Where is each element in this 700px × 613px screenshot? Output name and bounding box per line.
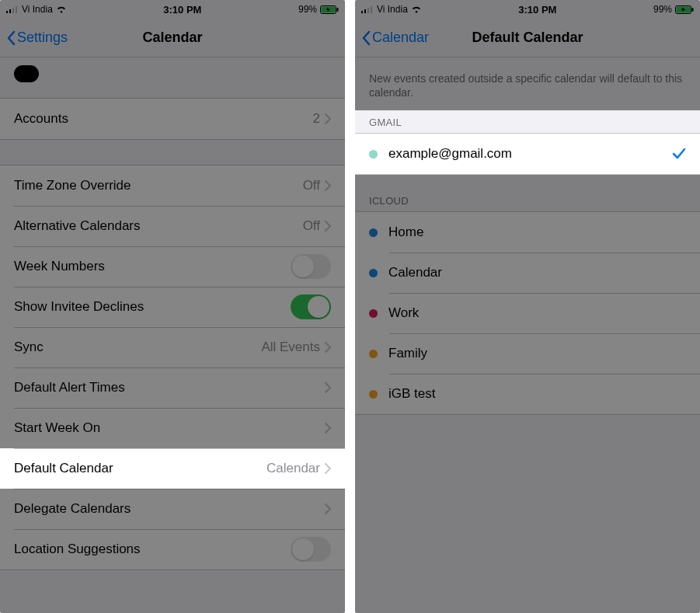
chevron-right-icon bbox=[325, 342, 331, 353]
calendar-color-dot bbox=[369, 309, 378, 318]
left-screenshot: Vi India 3:10 PM 99% Settings Calendar A… bbox=[0, 0, 345, 613]
calendar-color-dot bbox=[369, 269, 378, 277]
icloud-group-header: ICLOUD bbox=[355, 189, 700, 211]
svg-rect-9 bbox=[367, 8, 369, 13]
calendar-option-icloud[interactable]: Work bbox=[355, 293, 700, 333]
alt-label: Alternative Calendars bbox=[14, 218, 303, 234]
default-calendar-row[interactable]: Default Calendar Calendar bbox=[0, 448, 345, 489]
time-zone-override-row[interactable]: Time Zone Override Off bbox=[0, 165, 345, 206]
status-bar: Vi India 3:10 PM 99% bbox=[0, 0, 345, 19]
chevron-right-icon bbox=[325, 463, 331, 474]
battery-percentage: 99% bbox=[298, 4, 317, 15]
week-numbers-toggle[interactable] bbox=[291, 254, 331, 279]
battery-charging-icon bbox=[320, 5, 339, 14]
back-label: Settings bbox=[17, 30, 68, 46]
nav-bar: Calendar Default Calendar bbox=[355, 19, 700, 57]
icloud-group: HomeCalendarWorkFamilyiGB test bbox=[355, 211, 700, 415]
tz-label: Time Zone Override bbox=[14, 178, 303, 193]
alert-label: Default Alert Times bbox=[14, 380, 325, 395]
info-text: New events created outside a specific ca… bbox=[355, 57, 700, 110]
cellular-signal-icon bbox=[361, 5, 374, 13]
calendar-option-icloud[interactable]: Family bbox=[355, 333, 700, 374]
battery-charging-icon bbox=[675, 5, 694, 14]
chevron-right-icon bbox=[325, 503, 331, 514]
default-alert-times-row[interactable]: Default Alert Times bbox=[0, 367, 345, 408]
carrier-label: Vi India bbox=[377, 4, 408, 15]
page-title: Default Calendar bbox=[472, 30, 583, 46]
calendar-color-dot bbox=[369, 390, 378, 399]
alternative-calendars-row[interactable]: Alternative Calendars Off bbox=[0, 206, 345, 246]
status-time: 3:10 PM bbox=[163, 4, 201, 16]
invitee-declines-row[interactable]: Show Invitee Declines bbox=[0, 287, 345, 327]
cellular-signal-icon bbox=[6, 5, 19, 13]
week-numbers-row[interactable]: Week Numbers bbox=[0, 246, 345, 287]
svg-rect-8 bbox=[364, 9, 366, 13]
calendar-option-label: Calendar bbox=[388, 265, 686, 280]
chevron-right-icon bbox=[325, 221, 331, 232]
svg-rect-3 bbox=[16, 6, 17, 13]
sync-row[interactable]: Sync All Events bbox=[0, 327, 345, 367]
nav-bar: Settings Calendar bbox=[0, 19, 345, 57]
invitee-declines-toggle[interactable] bbox=[291, 294, 331, 319]
svg-rect-7 bbox=[361, 11, 363, 13]
invitee-label: Show Invitee Declines bbox=[14, 299, 291, 315]
carrier-label: Vi India bbox=[22, 4, 53, 15]
checkmark-icon bbox=[672, 148, 686, 160]
calendar-option-label: Home bbox=[388, 225, 686, 240]
svg-rect-13 bbox=[691, 8, 693, 12]
default-cal-label: Default Calendar bbox=[14, 461, 266, 476]
right-screenshot: Vi India 3:10 PM 99% Calendar Default Ca… bbox=[355, 0, 700, 613]
sync-label: Sync bbox=[14, 340, 261, 355]
status-bar: Vi India 3:10 PM 99% bbox=[355, 0, 700, 19]
alt-value: Off bbox=[303, 218, 320, 234]
week-start-label: Start Week On bbox=[14, 420, 325, 436]
status-time: 3:10 PM bbox=[518, 4, 556, 16]
calendar-settings-section: Time Zone Override Off Alternative Calen… bbox=[0, 165, 345, 570]
accounts-value: 2 bbox=[313, 111, 320, 127]
calendar-option-icloud[interactable]: Home bbox=[355, 212, 700, 253]
sync-value: All Events bbox=[261, 340, 320, 355]
page-title: Calendar bbox=[142, 30, 202, 46]
calendar-option-label: Family bbox=[388, 346, 686, 361]
default-cal-value: Calendar bbox=[266, 461, 320, 476]
start-week-on-row[interactable]: Start Week On bbox=[0, 408, 345, 448]
chevron-right-icon bbox=[325, 113, 331, 124]
svg-rect-1 bbox=[9, 9, 11, 13]
wifi-icon bbox=[411, 5, 422, 13]
chevron-right-icon bbox=[325, 423, 331, 434]
calendar-color-dot bbox=[369, 150, 378, 158]
accounts-label: Accounts bbox=[14, 111, 313, 127]
location-suggestions-row[interactable]: Location Suggestions bbox=[0, 529, 345, 569]
gmail-group: GMAIL example@gmail.com bbox=[355, 110, 700, 175]
location-label: Location Suggestions bbox=[14, 542, 291, 557]
delegate-label: Delegate Calendars bbox=[14, 501, 325, 517]
wifi-icon bbox=[56, 5, 67, 13]
calendar-option-label: iGB test bbox=[388, 386, 686, 402]
accounts-row[interactable]: Accounts 2 bbox=[0, 99, 345, 139]
calendar-option-icloud[interactable]: Calendar bbox=[355, 253, 700, 293]
back-button[interactable]: Settings bbox=[6, 30, 68, 46]
calendar-option-gmail[interactable]: example@gmail.com bbox=[355, 134, 700, 174]
partial-toggle bbox=[14, 65, 39, 82]
svg-rect-10 bbox=[371, 6, 372, 13]
svg-rect-0 bbox=[6, 11, 8, 13]
tz-value: Off bbox=[303, 178, 320, 193]
calendar-option-label: example@gmail.com bbox=[388, 146, 672, 162]
delegate-calendars-row[interactable]: Delegate Calendars bbox=[0, 489, 345, 529]
accounts-section: Accounts 2 bbox=[0, 98, 345, 140]
chevron-right-icon bbox=[325, 382, 331, 393]
svg-rect-2 bbox=[12, 8, 14, 13]
svg-rect-6 bbox=[336, 8, 338, 12]
battery-percentage: 99% bbox=[653, 4, 672, 15]
calendar-option-label: Work bbox=[388, 305, 686, 321]
chevron-right-icon bbox=[325, 180, 331, 191]
calendar-color-dot bbox=[369, 228, 378, 237]
back-label: Calendar bbox=[372, 30, 429, 46]
calendar-option-icloud[interactable]: iGB test bbox=[355, 374, 700, 414]
location-suggestions-toggle[interactable] bbox=[291, 537, 331, 562]
back-button[interactable]: Calendar bbox=[361, 30, 429, 46]
week-label: Week Numbers bbox=[14, 259, 291, 274]
gmail-group-header: GMAIL bbox=[355, 110, 700, 133]
calendar-color-dot bbox=[369, 350, 378, 358]
